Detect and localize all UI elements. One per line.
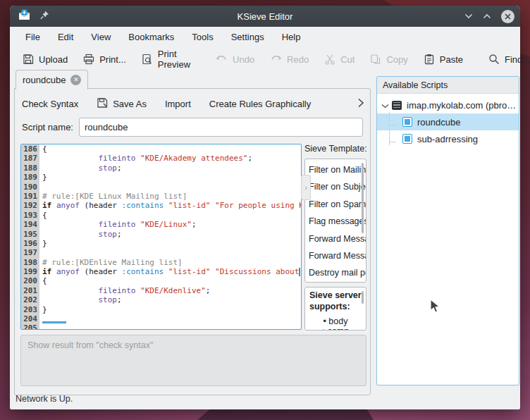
save-as-button[interactable]: Save As — [97, 97, 147, 111]
sieve-code-editor[interactable]: 186{187 fileinto "KDE/Akademy attendees"… — [20, 144, 302, 330]
expander-chevron-down-icon[interactable] — [381, 100, 390, 111]
toolbar-overflow-chevron-icon[interactable] — [357, 98, 364, 110]
menu-tools[interactable]: Tools — [192, 32, 213, 42]
menu-view[interactable]: View — [91, 32, 111, 42]
panel-collapse-chevron-icon[interactable]: › — [301, 175, 311, 200]
pin-icon[interactable] — [39, 10, 50, 23]
line-number: 198 — [21, 258, 39, 267]
template-item[interactable]: Filter on Subject — [309, 178, 366, 195]
code-text — [39, 323, 301, 330]
template-item[interactable]: Destroy mail posted — [309, 264, 366, 281]
code-line[interactable]: 196} — [21, 239, 301, 248]
create-rules-button[interactable]: Create Rules Graphically — [209, 99, 312, 109]
menu-bookmarks[interactable]: Bookmarks — [128, 32, 174, 42]
template-item[interactable]: Filter on Mailinglist — [309, 161, 366, 178]
print-preview-button[interactable]: Print Preview — [136, 45, 196, 73]
code-line[interactable]: 186{ — [21, 144, 301, 154]
script-name-input[interactable] — [79, 118, 363, 137]
code-line[interactable]: 193{ — [21, 211, 301, 220]
sieve-server-supports-box[interactable]: Sieve server supports: • body• comp — [304, 287, 366, 331]
code-line[interactable]: 199if anyof (header :contains "list-id" … — [21, 267, 301, 276]
ksieve-editor-window: KSieve Editor — [10, 6, 520, 409]
toolbar-button-label: Print Preview — [158, 49, 190, 70]
code-text — [39, 248, 301, 257]
main-toolbar: UploadPrint...Print PreviewUndoRedoCutCo… — [10, 47, 520, 72]
code-line[interactable]: 190 — [21, 183, 301, 192]
template-item[interactable]: Filter on Spam — [309, 196, 366, 213]
menu-file[interactable]: File — [25, 32, 40, 42]
search-icon — [488, 54, 500, 65]
code-text — [39, 183, 301, 192]
code-line[interactable]: 189} — [21, 173, 301, 182]
tab-close-icon[interactable]: ✕ — [70, 75, 81, 85]
toolbar-group: UndoRedoCutCopyPaste — [210, 50, 469, 68]
code-line[interactable]: 191# rule:[KDE Linux Mailing list] — [21, 192, 301, 201]
code-text: } — [39, 239, 301, 248]
sieve-template-list[interactable]: Filter on MailinglistFilter on SubjectFi… — [304, 159, 366, 283]
code-text: } — [39, 173, 301, 182]
undo-icon — [216, 54, 228, 65]
code-line[interactable]: 187 fileinto "KDE/Akademy attendees"; — [21, 154, 301, 163]
line-number: 200 — [21, 276, 39, 285]
menu-settings[interactable]: Settings — [231, 32, 264, 42]
code-line[interactable]: 192if anyof (header :contains "list-id" … — [21, 201, 301, 210]
line-number: 190 — [21, 183, 39, 192]
code-line[interactable]: 200{ — [21, 276, 301, 285]
code-text: fileinto "KDE/Akademy attendees"; — [39, 154, 301, 163]
titlebar[interactable]: KSieve Editor — [10, 6, 520, 27]
desktop: KSieve Editor — [0, 0, 530, 420]
print-button[interactable]: Print... — [78, 50, 132, 68]
code-line[interactable]: 205 — [21, 323, 301, 330]
code-line[interactable]: 197 — [21, 248, 301, 257]
code-line[interactable]: 202 stop; — [21, 295, 301, 304]
cut-button: Cut — [319, 50, 360, 68]
toolbar-button-label: Undo — [233, 54, 254, 65]
line-number: 204 — [21, 314, 39, 323]
code-text: fileinto "KDE/Kdenlive"; — [39, 286, 301, 295]
template-scrollbar[interactable] — [362, 163, 364, 233]
code-line[interactable]: 204 — [21, 314, 301, 323]
line-number: 196 — [21, 239, 39, 248]
tree-row-script-roundcube[interactable]: roundcube — [377, 113, 519, 130]
upload-button[interactable]: Upload — [17, 50, 73, 68]
paste-icon — [424, 54, 435, 65]
template-item[interactable]: Forward Message — [309, 247, 366, 264]
script-action-row: Check Syntax Save As Import — [22, 94, 364, 113]
check-syntax-button[interactable]: Check Syntax — [22, 99, 78, 109]
template-item[interactable]: Flag messages — [309, 213, 366, 230]
check-syntax-result-box[interactable]: Show result from "check syntax" — [20, 335, 366, 386]
code-line[interactable]: 188 stop; — [21, 163, 301, 173]
tree-row-script-sub-adrressing[interactable]: sub-adrressing — [377, 130, 519, 147]
line-number: 188 — [21, 163, 39, 173]
line-number: 194 — [21, 220, 39, 229]
tab-roundcube[interactable]: roundcube ✕ — [16, 70, 88, 89]
minimize-button[interactable] — [464, 13, 473, 19]
code-line[interactable]: 195 stop; — [21, 230, 301, 239]
find-button[interactable]: Find... — [483, 50, 530, 68]
supports-scrollbar[interactable] — [362, 291, 364, 304]
import-button[interactable]: Import — [165, 99, 191, 109]
code-line[interactable]: 203} — [21, 305, 301, 314]
redo-button: Redo — [264, 50, 314, 68]
cut-icon — [324, 54, 335, 65]
maximize-button[interactable] — [483, 13, 491, 19]
server-icon — [392, 101, 402, 110]
code-line[interactable]: 198# rule:[KDEnlive Mailing list] — [21, 258, 301, 267]
template-item[interactable]: Forward Message — [309, 230, 366, 247]
paste-button[interactable]: Paste — [418, 50, 469, 68]
toolbar-button-label: Redo — [287, 54, 309, 65]
code-text: # rule:[KDEnlive Mailing list] — [39, 258, 301, 267]
line-number: 193 — [21, 211, 39, 220]
menu-help[interactable]: Help — [282, 32, 301, 42]
code-line[interactable]: 201 fileinto "KDE/Kdenlive"; — [21, 286, 301, 295]
tree-connector-line — [389, 112, 390, 145]
code-line[interactable]: 194 fileinto "KDE/Linux"; — [21, 220, 301, 229]
close-button[interactable] — [501, 10, 514, 23]
line-number: 189 — [21, 173, 39, 182]
menu-edit[interactable]: Edit — [58, 32, 73, 42]
code-text: if anyof (header :contains "list-id" "Di… — [39, 267, 301, 276]
tree-row-server[interactable]: imap.mykolab.com (pbro… — [377, 97, 519, 113]
script-icon — [402, 117, 412, 127]
code-text: } — [39, 305, 301, 314]
script-label: sub-adrressing — [417, 134, 478, 144]
